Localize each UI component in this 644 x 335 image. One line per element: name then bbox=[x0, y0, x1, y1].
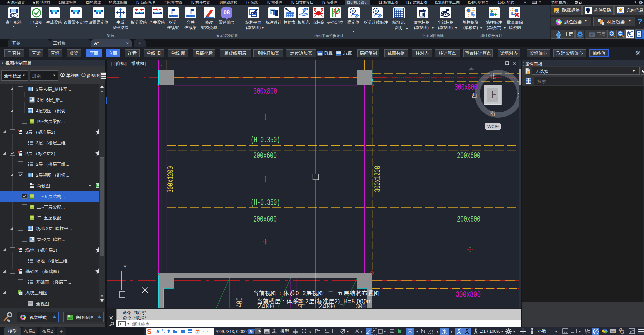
svg-text:300x800: 300x800 bbox=[454, 82, 477, 92]
svg-text:WCS: WCS bbox=[487, 124, 498, 129]
svg-text:300x800: 300x800 bbox=[253, 86, 277, 96]
svg-text:300x800: 300x800 bbox=[455, 290, 481, 300]
svg-text:[-][俯视][二维线框]: [-][俯视][二维线框] bbox=[111, 61, 146, 66]
svg-text:当前视图：体系0_2层视图_二~五层结构布置图: 当前视图：体系0_2层视图_二~五层结构布置图 bbox=[253, 290, 380, 296]
svg-text:(H-0.350): (H-0.350) bbox=[251, 135, 280, 145]
svg-text:(H-0.350): (H-0.350) bbox=[251, 198, 280, 208]
svg-text:200x600: 200x600 bbox=[253, 214, 277, 224]
svg-text:N: N bbox=[375, 10, 376, 13]
svg-text:’,: ’, bbox=[161, 329, 166, 334]
svg-text:200x600: 200x600 bbox=[253, 151, 277, 161]
svg-text:300x1200: 300x1200 bbox=[166, 166, 176, 193]
svg-text:200x600: 200x600 bbox=[457, 151, 480, 161]
svg-text:Y: Y bbox=[123, 264, 127, 269]
svg-text:400: 400 bbox=[235, 297, 245, 307]
svg-text:N: N bbox=[352, 10, 353, 13]
svg-text:S: S bbox=[147, 328, 151, 335]
svg-text:上: 上 bbox=[488, 90, 497, 100]
svg-text:当前楼层：体系0_2层(标准层2)_H=5.000m: 当前楼层：体系0_2层(标准层2)_H=5.000m bbox=[257, 298, 372, 305]
svg-text:300x1200: 300x1200 bbox=[373, 166, 383, 192]
svg-text:西: 西 bbox=[471, 92, 477, 99]
svg-text:南: 南 bbox=[489, 110, 495, 117]
svg-text:北: 北 bbox=[490, 73, 496, 80]
svg-text:200x600: 200x600 bbox=[457, 214, 480, 224]
svg-text:A: A bbox=[156, 329, 159, 335]
svg-text:!: ! bbox=[614, 331, 615, 334]
